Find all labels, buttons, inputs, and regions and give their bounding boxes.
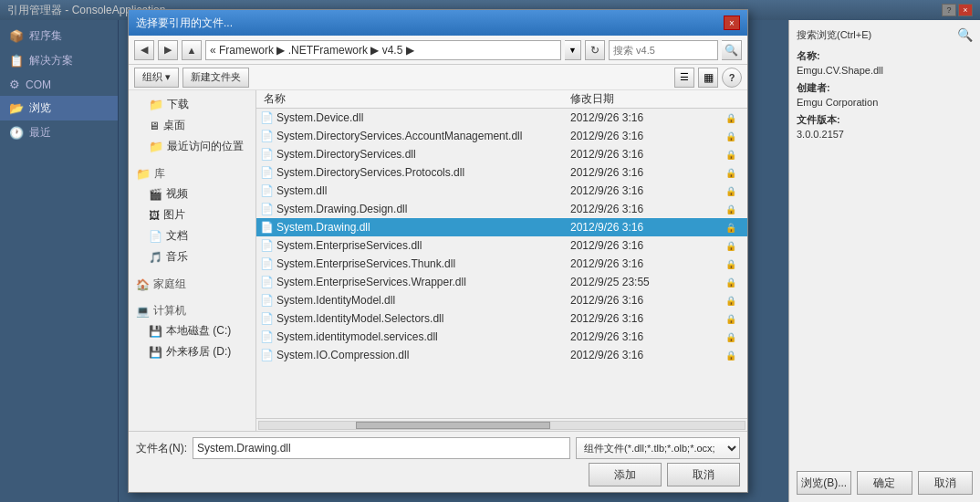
table-row[interactable]: 📄 System.EnterpriseServices.Thunk.dll 20… [256,255,747,273]
video-icon: 🎬 [149,188,162,201]
computer-icon: 💻 [136,305,150,318]
file-rows: 📄 System.Device.dll 2012/9/26 3:16 🔒 📄 S… [256,109,747,418]
file-icon: 📄 [260,239,276,252]
file-name: System.EnterpriseServices.dll [276,239,570,252]
info-version-value: 3.0.0.2157 [797,129,973,140]
drive-c-icon: 💾 [149,325,162,338]
nav-item-video[interactable]: 🎬 视频 [129,183,255,204]
ok-btn[interactable]: 确定 [857,471,912,495]
ide-close-btn[interactable]: × [958,4,973,16]
sidebar-item-assemblies[interactable]: 📦 程序集 [0,24,118,48]
up-btn[interactable]: ▲ [182,40,202,60]
file-date: 2012/9/26 3:16 [570,111,725,124]
file-name: System.DirectoryServices.Protocols.dll [276,166,570,179]
dialog-bottom: 文件名(N): 组件文件(*.dll;*.tlb;*.olb;*.ocx; 添加… [129,431,747,492]
dialog-search-btn[interactable]: 🔍 [722,40,742,60]
info-creator-value: Emgu Corporation [797,97,973,108]
table-row[interactable]: 📄 System.identitymodel.services.dll 2012… [256,328,747,346]
file-name: System.Device.dll [276,111,570,124]
pictures-icon: 🖼 [149,209,160,222]
table-row[interactable]: 📄 System.Device.dll 2012/9/26 3:16 🔒 [256,109,747,127]
h-scroll-thumb[interactable] [356,422,550,429]
file-icon: 📄 [260,148,276,161]
file-icon: 📄 [260,221,276,234]
sidebar-item-solution[interactable]: 📋 解决方案 [0,48,118,73]
organize-btn[interactable]: 组织 ▾ [134,68,179,88]
sidebar-label-solution: 解决方案 [29,53,73,68]
sidebar-item-recent[interactable]: 🕐 最近 [0,120,118,145]
table-row[interactable]: 📄 System.IO.Compression.dll 2012/9/26 3:… [256,346,747,364]
table-row[interactable]: 📄 System.dll 2012/9/26 3:16 🔒 [256,182,747,200]
dialog-action-toolbar: 组织 ▾ 新建文件夹 ☰ ▦ ? [129,65,747,90]
table-row[interactable]: 📄 System.EnterpriseServices.dll 2012/9/2… [256,236,747,255]
nav-group-computer[interactable]: 💻 计算机 [129,299,255,320]
dialog-close-btn[interactable]: × [724,16,740,30]
table-row[interactable]: 📄 System.DirectoryServices.dll 2012/9/26… [256,145,747,163]
column-headers: 名称 修改日期 [256,90,747,109]
filetype-select[interactable]: 组件文件(*.dll;*.tlb;*.olb;*.ocx; [576,437,740,459]
file-icon: 📄 [260,203,276,215]
nav-panel: 📁 下载 🖥 桌面 📁 最近访问的位置 📁 库 🎬 [129,90,256,431]
table-row[interactable]: 📄 System.IdentityModel.Selectors.dll 201… [256,309,747,328]
path-display: « Framework ▶ .NETFramework ▶ v4.5 ▶ [210,44,414,57]
file-date: 2012/9/25 23:55 [570,276,725,288]
view-list-btn[interactable]: ☰ [674,68,694,88]
table-row[interactable]: 📄 System.IdentityModel.dll 2012/9/26 3:1… [256,291,747,309]
view-panel-btn[interactable]: ▦ [698,68,718,88]
search-icon[interactable]: 🔍 [957,27,973,42]
file-date: 2012/9/26 3:16 [570,166,725,179]
nav-group-homegroup[interactable]: 🏠 家庭组 [129,273,255,294]
info-creator-label: 创建者: [797,81,973,95]
sidebar-label-assemblies: 程序集 [29,28,62,44]
right-panel-buttons: 浏览(B)... 确定 取消 [789,471,980,495]
nav-item-pictures[interactable]: 🖼 图片 [129,204,255,225]
forward-btn[interactable]: ▶ [158,40,178,60]
h-scroll-area[interactable] [256,418,747,431]
table-row[interactable]: 📄 System.DirectoryServices.AccountManage… [256,127,747,145]
dialog-cancel-btn[interactable]: 取消 [667,463,740,486]
new-folder-btn[interactable]: 新建文件夹 [182,68,249,88]
nav-item-recent[interactable]: 📁 最近访问的位置 [129,136,255,157]
filename-input[interactable] [193,437,570,459]
file-type-flag: 🔒 [725,168,744,178]
file-name: System.DirectoryServices.dll [276,148,570,161]
cancel-main-btn[interactable]: 取消 [918,471,973,495]
nav-item-music[interactable]: 🎵 音乐 [129,246,255,267]
dialog-help-btn[interactable]: ? [722,68,742,88]
path-dropdown-btn[interactable]: ▼ [565,40,581,60]
file-name: System.IO.Compression.dll [276,349,570,361]
col-header-date[interactable]: 修改日期 [570,91,725,107]
h-scroll-track[interactable] [258,421,745,430]
sidebar-item-browse[interactable]: 📂 浏览 [0,96,118,120]
nav-item-desktop[interactable]: 🖥 桌面 [129,115,255,136]
dialog-path-toolbar: ◀ ▶ ▲ « Framework ▶ .NETFramework ▶ v4.5… [129,36,747,65]
table-row[interactable]: 📄 System.DirectoryServices.Protocols.dll… [256,163,747,182]
nav-group-library[interactable]: 📁 库 [129,162,255,183]
browse-files-btn[interactable]: 浏览(B)... [797,471,851,495]
nav-item-drive-c[interactable]: 💾 本地磁盘 (C:) [129,320,255,341]
sidebar-label-browse: 浏览 [29,100,51,116]
table-row[interactable]: 📄 System.EnterpriseServices.Wrapper.dll … [256,273,747,291]
refresh-btn[interactable]: ↻ [585,40,605,60]
info-name-value: Emgu.CV.Shape.dll [797,65,973,76]
col-header-name[interactable]: 名称 [260,91,570,107]
folder-icon-download: 📁 [149,98,163,111]
table-row[interactable]: 📄 System.Drawing.Design.dll 2012/9/26 3:… [256,200,747,218]
nav-item-documents[interactable]: 📄 文档 [129,225,255,246]
add-btn[interactable]: 添加 [589,463,662,486]
dialog-search-input[interactable] [609,40,718,60]
back-btn[interactable]: ◀ [134,40,154,60]
nav-item-download[interactable]: 📁 下载 [129,94,255,115]
nav-item-drive-d[interactable]: 💾 外来移居 (D:) [129,341,255,362]
dialog-content: 📁 下载 🖥 桌面 📁 最近访问的位置 📁 库 🎬 [129,90,747,431]
path-bar: « Framework ▶ .NETFramework ▶ v4.5 ▶ [205,40,561,60]
sidebar-item-com[interactable]: ⚙ COM [0,73,118,96]
file-icon: 📄 [260,257,276,270]
ide-help-btn[interactable]: ? [942,4,956,16]
table-row[interactable]: 📄 System.Drawing.dll 2012/9/26 3:16 🔒 [256,218,747,236]
filename-row: 文件名(N): 组件文件(*.dll;*.tlb;*.olb;*.ocx; [136,437,740,459]
file-type-flag: 🔒 [725,314,744,324]
file-type-flag: 🔒 [725,350,744,361]
file-type-flag: 🔒 [725,150,744,160]
homegroup-icon: 🏠 [136,278,150,291]
